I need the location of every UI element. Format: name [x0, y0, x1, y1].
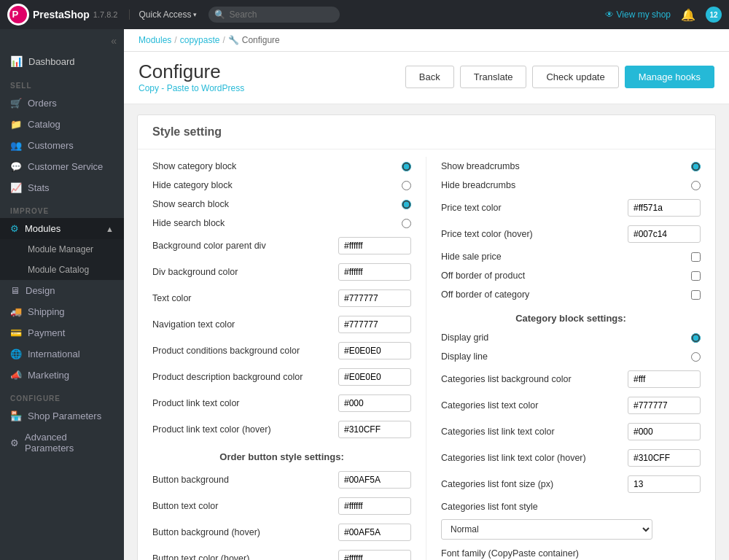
sidebar-item-stats[interactable]: 📈 Stats — [0, 177, 124, 198]
price-text-color-input[interactable] — [628, 199, 701, 217]
cart-button[interactable]: 12 — [706, 7, 722, 23]
font-family-label: Font family (CopyPaste container) — [441, 548, 701, 559]
sidebar-item-payment[interactable]: 💳 Payment — [0, 322, 124, 343]
cat-list-font-size-input[interactable] — [628, 475, 701, 493]
button-text-hover-input[interactable] — [338, 550, 411, 560]
sidebar-item-customers[interactable]: 👥 Customers — [0, 135, 124, 156]
sidebar-item-dashboard[interactable]: 📊 Dashboard — [0, 50, 124, 73]
display-grid-radio[interactable] — [691, 333, 701, 343]
hide-sale-price-row: Hide sale price — [441, 247, 701, 266]
view-my-shop-link[interactable]: 👁 View my shop — [605, 9, 671, 20]
nav-text-color-label: Navigation text color — [152, 319, 332, 330]
button-text-color-label: Button text color — [152, 501, 332, 511]
off-border-product-checkbox[interactable] — [691, 271, 701, 281]
off-border-category-checkbox[interactable] — [691, 290, 701, 300]
sidebar-item-customer-service[interactable]: 💬 Customer Service — [0, 156, 124, 177]
show-search-block-radio[interactable] — [402, 200, 411, 209]
cat-list-text-row: Categories list text color — [441, 392, 701, 419]
product-desc-bg-input[interactable] — [338, 368, 411, 386]
product-link-hover-label: Product link text color (hover) — [152, 424, 332, 435]
breadcrumb-modules[interactable]: Modules — [139, 35, 171, 45]
button-bg-row: Button background — [152, 467, 411, 493]
sidebar-item-design[interactable]: 🖥 Design — [0, 280, 124, 301]
button-bg-label: Button background — [152, 475, 332, 485]
translate-button[interactable]: Translate — [460, 66, 527, 88]
payment-icon: 💳 — [10, 327, 22, 338]
hide-sale-price-checkbox[interactable] — [691, 252, 701, 262]
button-bg-input[interactable] — [338, 471, 411, 489]
text-color-label: Text color — [152, 293, 332, 303]
show-breadcrumbs-radio[interactable] — [691, 162, 701, 171]
sidebar-item-catalog[interactable]: 📁 Catalog — [0, 114, 124, 135]
marketing-label: Marketing — [28, 370, 69, 381]
button-text-color-input[interactable] — [338, 497, 411, 515]
sidebar-subitem-module-catalog[interactable]: Module Catalog — [0, 260, 124, 280]
button-text-hover-row: Button text color (hover) — [152, 545, 411, 560]
shipping-label: Shipping — [28, 306, 65, 317]
display-line-row: Display line — [441, 347, 701, 366]
nav-text-color-input[interactable] — [338, 316, 411, 333]
back-button[interactable]: Back — [405, 66, 454, 88]
sidebar-collapse-toggle[interactable]: « — [0, 29, 124, 50]
hide-breadcrumbs-radio[interactable] — [691, 181, 701, 190]
sidebar-item-shop-parameters[interactable]: 🏪 Shop Parameters — [0, 405, 124, 427]
bell-icon[interactable]: 🔔 — [681, 8, 695, 22]
hide-search-block-radio[interactable] — [402, 219, 411, 228]
text-color-input[interactable] — [338, 289, 411, 307]
button-text-color-row: Button text color — [152, 493, 411, 519]
cat-list-link-hover-label: Categories list link text color (hover) — [441, 453, 622, 463]
sidebar-item-orders[interactable]: 🛒 Orders — [0, 93, 124, 114]
quick-access-menu[interactable]: Quick Access ▾ — [129, 9, 197, 20]
show-category-block-radio[interactable] — [402, 162, 411, 171]
product-link-color-input[interactable] — [338, 394, 411, 412]
sidebar-item-advanced-parameters[interactable]: ⚙ Advanced Parameters — [0, 427, 124, 459]
sidebar-item-modules[interactable]: ⚙ Modules ▲ — [0, 218, 124, 239]
price-text-hover-input[interactable] — [628, 225, 701, 243]
breadcrumb: Modules / copypaste / 🔧 Configure — [124, 29, 729, 52]
check-update-button[interactable]: Check update — [532, 66, 618, 88]
search-input[interactable] — [208, 7, 340, 23]
sidebar-item-shipping[interactable]: 🚚 Shipping — [0, 301, 124, 322]
advanced-parameters-icon: ⚙ — [10, 438, 19, 448]
style-setting-card: Style setting Show category block Hide c… — [137, 114, 716, 560]
orders-label: Orders — [28, 98, 57, 109]
manage-hooks-button[interactable]: Manage hooks — [625, 66, 714, 88]
content-area: Modules / copypaste / 🔧 Configure Config… — [124, 29, 729, 560]
product-desc-bg-row: Product description background color — [152, 364, 411, 390]
product-link-hover-row: Product link text color (hover) — [152, 416, 411, 443]
cat-list-bg-input[interactable] — [628, 370, 701, 388]
modules-label: Modules — [25, 223, 61, 234]
show-breadcrumbs-row: Show breadcrumbs — [441, 157, 701, 176]
button-bg-hover-label: Button background (hover) — [152, 527, 332, 537]
cat-list-text-label: Categories list text color — [441, 400, 622, 411]
cat-list-link-hover-input[interactable] — [628, 449, 701, 467]
svg-text:P: P — [12, 9, 19, 20]
cat-list-text-input[interactable] — [628, 397, 701, 414]
hide-category-block-radio[interactable] — [402, 181, 411, 190]
product-conditions-bg-input[interactable] — [338, 342, 411, 359]
catalog-label: Catalog — [28, 119, 61, 130]
modules-icon: ⚙ — [10, 223, 19, 234]
bg-color-parent-input[interactable] — [338, 237, 411, 254]
button-bg-hover-input[interactable] — [338, 524, 411, 541]
cat-list-font-style-select[interactable]: Normal Italic Oblique — [441, 519, 652, 540]
sidebar-item-marketing[interactable]: 📣 Marketing — [0, 365, 124, 386]
quick-access-chevron-icon: ▾ — [193, 11, 197, 18]
nav-text-color-row: Navigation text color — [152, 311, 411, 338]
price-text-color-label: Price text color — [441, 203, 622, 213]
sidebar-item-international[interactable]: 🌐 International — [0, 343, 124, 365]
div-bg-color-input[interactable] — [338, 263, 411, 281]
sidebar-subitem-module-manager[interactable]: Module Manager — [0, 239, 124, 260]
hide-search-block-label: Hide search block — [152, 218, 396, 228]
cat-list-link-input[interactable] — [628, 423, 701, 440]
collapse-icon: « — [111, 35, 117, 47]
breadcrumb-copypaste[interactable]: copypaste — [180, 35, 220, 45]
product-link-hover-input[interactable] — [338, 421, 411, 438]
display-line-radio[interactable] — [691, 352, 701, 362]
cat-list-font-style-row: Categories list font style Normal Italic… — [441, 497, 701, 544]
customers-icon: 👥 — [10, 140, 22, 151]
display-line-label: Display line — [441, 351, 685, 362]
catalog-icon: 📁 — [10, 119, 22, 130]
bg-color-parent-row: Background color parent div — [152, 233, 411, 259]
product-link-color-label: Product link text color — [152, 398, 332, 408]
